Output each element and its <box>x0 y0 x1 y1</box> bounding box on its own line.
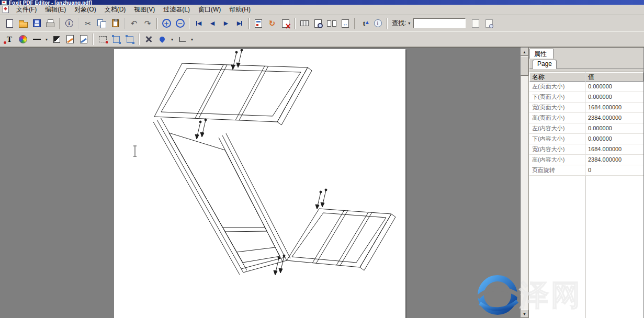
menu-filter[interactable]: 过滤器(L) <box>159 5 194 15</box>
table-row[interactable]: 高(内容大小) 2384.000000 <box>529 155 643 165</box>
rotate-page-button[interactable]: ↻ <box>265 17 279 30</box>
zoom-out-button[interactable]: − <box>173 17 187 30</box>
prop-value[interactable]: 0.000000 <box>585 82 643 92</box>
prev-page-button[interactable]: ◀ <box>206 17 219 30</box>
next-page-button[interactable]: ▶ <box>219 17 233 30</box>
insert-text-button[interactable]: t <box>357 17 371 30</box>
edit-object-button[interactable] <box>63 32 77 46</box>
scrollbar-thumb[interactable] <box>521 56 528 76</box>
paste-button[interactable] <box>108 17 122 30</box>
find-next-button[interactable] <box>482 17 496 30</box>
menu-object[interactable]: 对象(O) <box>70 5 100 15</box>
menu-help[interactable]: 帮助(H) <box>225 5 255 15</box>
delete-page-icon <box>282 19 289 28</box>
find-options-dropdown[interactable]: ▾ <box>406 18 412 29</box>
new-button[interactable] <box>3 17 16 30</box>
redo-button[interactable]: ↷ <box>141 17 154 30</box>
prop-value[interactable]: 0 <box>585 165 643 175</box>
table-row[interactable]: 宽(页面大小) 1684.000000 <box>529 103 643 113</box>
fit-width-button[interactable] <box>338 17 352 30</box>
table-row[interactable]: 左(页面大小) 0.000000 <box>529 82 643 92</box>
tab-properties[interactable]: 属性 <box>529 49 553 59</box>
menu-file[interactable]: 文件(F) <box>12 5 41 15</box>
about-button[interactable]: i <box>371 17 385 30</box>
tools-icon <box>144 35 153 43</box>
prop-value[interactable]: 0.000000 <box>585 123 643 133</box>
next-page-icon: ▶ <box>224 20 228 26</box>
prop-name: 高(内容大小) <box>529 155 585 165</box>
color-wheel-button[interactable] <box>16 32 30 46</box>
path-tool-dropdown[interactable]: ▾ <box>189 33 195 45</box>
prop-value[interactable]: 2384.000000 <box>585 155 643 165</box>
find-in-doc-button[interactable] <box>469 17 482 30</box>
menu-edit[interactable]: 编辑(E) <box>41 5 70 15</box>
document-menu-icon[interactable] <box>3 6 9 13</box>
print-button[interactable] <box>43 17 57 30</box>
properties-table: 名称 值 左(页面大小) 0.000000 下(页面大小) 0.000000 宽… <box>529 72 643 318</box>
transform-button[interactable] <box>109 32 123 46</box>
table-row[interactable]: 下(内容大小) 0.000000 <box>529 134 643 144</box>
table-row[interactable]: 宽(内容大小) 1684.000000 <box>529 144 643 155</box>
path-icon <box>179 37 186 42</box>
menu-document[interactable]: 文档(D) <box>100 5 130 15</box>
fill-style-button[interactable] <box>50 32 63 46</box>
separator <box>59 18 60 29</box>
table-row[interactable]: 左(内容大小) 0.000000 <box>529 123 643 134</box>
first-page-button[interactable]: ◀ <box>192 17 206 30</box>
copy-button[interactable] <box>95 17 108 30</box>
tools-button[interactable] <box>142 32 155 46</box>
cut-button[interactable]: ✂ <box>81 17 95 30</box>
select-area-button[interactable] <box>96 32 109 46</box>
column-header-name[interactable]: 名称 <box>529 72 585 82</box>
edit-content-button[interactable] <box>77 32 91 46</box>
prop-value[interactable]: 0.000000 <box>585 92 643 102</box>
table-row[interactable]: 高(页面大小) 2384.000000 <box>529 113 643 123</box>
path-tool-button[interactable] <box>175 32 189 46</box>
insert-page-button[interactable] <box>252 17 265 30</box>
separator <box>387 18 388 29</box>
table-row[interactable]: 页面旋转 0 <box>529 165 643 176</box>
vertical-scrollbar[interactable]: ▲ ▼ <box>521 48 529 318</box>
open-button[interactable] <box>16 17 30 30</box>
page-zoom-button[interactable] <box>311 17 325 30</box>
keyboard-button[interactable] <box>298 17 311 30</box>
tab-page[interactable]: Page <box>533 60 557 69</box>
prop-value[interactable]: 1684.000000 <box>585 103 643 112</box>
prop-name: 下(内容大小) <box>529 134 585 144</box>
table-row[interactable]: 下(页面大小) 0.000000 <box>529 92 643 103</box>
prop-value[interactable]: 1684.000000 <box>585 144 643 154</box>
open-folder-icon <box>19 22 28 28</box>
long-rail-section <box>153 118 290 275</box>
document-canvas[interactable] <box>0 48 521 318</box>
text-tool-button[interactable]: T <box>3 32 16 46</box>
delete-page-button[interactable] <box>279 17 292 30</box>
info-icon: i <box>65 19 73 27</box>
color-picker-dropdown[interactable]: ▾ <box>169 33 175 45</box>
two-page-view-button[interactable] <box>325 17 338 30</box>
transform-icon <box>113 36 120 43</box>
prop-value[interactable]: 0.000000 <box>585 134 643 144</box>
color-picker-button[interactable] <box>155 32 169 46</box>
scroll-up-button[interactable]: ▲ <box>521 48 528 56</box>
pdf-page[interactable] <box>114 49 405 318</box>
menu-window[interactable]: 窗口(W) <box>194 5 225 15</box>
info-button[interactable]: i <box>62 17 76 30</box>
scroll-down-button[interactable]: ▼ <box>521 310 528 318</box>
prop-name: 高(页面大小) <box>529 113 585 123</box>
undo-button[interactable]: ↶ <box>127 17 141 30</box>
line-tool-button[interactable] <box>30 32 43 46</box>
scrollbar-track[interactable] <box>521 76 528 310</box>
line-tool-dropdown[interactable]: ▾ <box>43 33 50 45</box>
transform-alt-button[interactable] <box>123 32 137 46</box>
column-header-value[interactable]: 值 <box>585 72 643 82</box>
find-next-icon <box>485 19 493 28</box>
prop-value[interactable]: 2384.000000 <box>585 113 643 123</box>
keyboard-icon <box>300 20 309 26</box>
save-button[interactable] <box>30 17 43 30</box>
last-page-button[interactable]: ▶ <box>233 17 246 30</box>
zoom-in-button[interactable]: + <box>160 17 173 30</box>
edit-page-blue-icon <box>80 35 87 43</box>
menu-view[interactable]: 视图(V) <box>130 5 159 15</box>
find-input[interactable] <box>413 18 466 28</box>
separator <box>189 18 190 29</box>
